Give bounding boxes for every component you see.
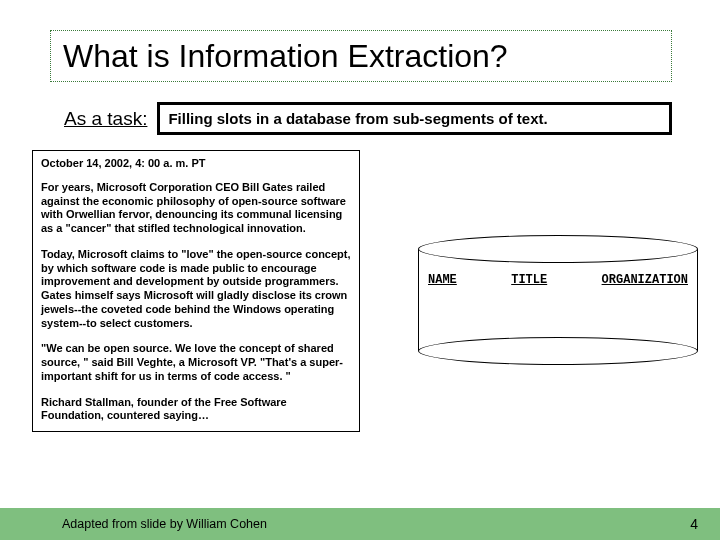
definition-box: Filling slots in a database from sub-seg…	[157, 102, 672, 135]
article-date: October 14, 2002, 4: 00 a. m. PT	[41, 157, 351, 171]
database-headers: NAME TITLE ORGANIZATION	[428, 273, 688, 287]
cylinder-bottom	[418, 337, 698, 365]
subtitle-row: As a task: Filling slots in a database f…	[64, 102, 672, 135]
db-col-organization: ORGANIZATION	[602, 273, 688, 287]
cylinder-body	[418, 249, 698, 351]
title-container: What is Information Extraction?	[50, 30, 672, 82]
article-paragraph-3: "We can be open source. We love the conc…	[41, 342, 351, 383]
slide-title: What is Information Extraction?	[63, 38, 508, 75]
article-paragraph-2: Today, Microsoft claims to "love" the op…	[41, 248, 351, 331]
db-col-name: NAME	[428, 273, 457, 287]
footer-credit: Adapted from slide by William Cohen	[62, 517, 267, 531]
as-a-task-label: As a task:	[64, 108, 147, 130]
footer-bar: Adapted from slide by William Cohen 4	[0, 508, 720, 540]
article-box: October 14, 2002, 4: 00 a. m. PT For yea…	[32, 150, 360, 432]
db-col-title: TITLE	[511, 273, 547, 287]
article-paragraph-1: For years, Microsoft Corporation CEO Bil…	[41, 181, 351, 236]
database-cylinder: NAME TITLE ORGANIZATION	[418, 235, 698, 365]
article-paragraph-4: Richard Stallman, founder of the Free So…	[41, 396, 351, 424]
cylinder-top	[418, 235, 698, 263]
page-number: 4	[690, 516, 698, 532]
